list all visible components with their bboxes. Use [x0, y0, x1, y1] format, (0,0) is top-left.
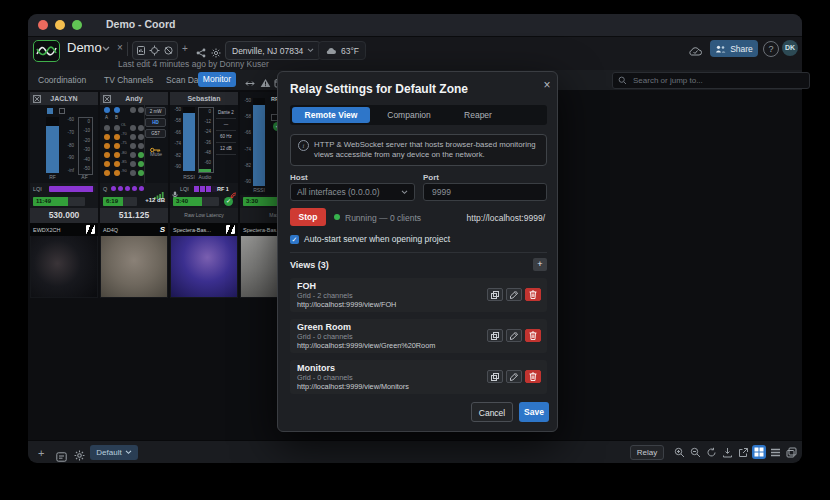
device-row: AD4Q S: [100, 223, 168, 236]
titlebar: Demo - Coord: [28, 14, 802, 37]
delete-view-button[interactable]: [525, 329, 541, 342]
preset-label: Default: [96, 448, 121, 457]
gray-dot: [130, 143, 136, 149]
rssi-scale: -50-58-66-74-82-90: [241, 98, 251, 184]
zoom-in-icon[interactable]: [672, 445, 686, 459]
audio-tick: -60: [200, 160, 211, 165]
server-url-link[interactable]: http://localhost:9999/: [467, 213, 545, 223]
view-url: http://localhost:9999/view/FOH: [297, 300, 540, 309]
location-pill[interactable]: Denville, NJ 07834: [225, 41, 321, 60]
strip-header: Andy: [100, 92, 168, 105]
device-name: Spectera-Bas...: [173, 227, 211, 233]
grid-view-icon[interactable]: [752, 445, 766, 459]
notes-icon[interactable]: [56, 448, 67, 466]
tab-coordination[interactable]: Coordination: [38, 70, 86, 90]
chevron-down-icon: [401, 190, 408, 195]
lqi-segments: [194, 186, 217, 192]
project-close-icon[interactable]: ×: [114, 40, 126, 56]
af-meter-label: AF: [78, 174, 91, 180]
search-input[interactable]: [631, 75, 795, 86]
rssi-tick: -90: [241, 179, 251, 184]
save-button[interactable]: Save: [519, 402, 549, 422]
battery-timer: 6:19: [103, 197, 137, 206]
host-select[interactable]: All interfaces (0.0.0.0): [290, 183, 415, 201]
q-label: Q: [103, 186, 107, 192]
orange-dot: [104, 161, 110, 167]
dot-column-c: [130, 107, 136, 176]
refresh-icon[interactable]: [704, 445, 718, 459]
af-meter: 0-10-20-30-40-50: [78, 117, 93, 175]
delete-view-button[interactable]: [525, 370, 541, 383]
port-input[interactable]: [430, 186, 534, 198]
project-chevron-icon[interactable]: [100, 41, 112, 57]
list-view-icon[interactable]: [768, 445, 782, 459]
minimize-traffic-light[interactable]: [55, 20, 65, 30]
delete-view-button[interactable]: [525, 288, 541, 301]
share-button[interactable]: Share: [710, 40, 758, 57]
stop-server-button[interactable]: Stop: [290, 208, 326, 226]
tab-companion[interactable]: Companion: [370, 107, 448, 123]
tab-monitor[interactable]: Monitor: [198, 72, 236, 87]
channel-strip-jaclyn[interactable]: JACLYN -60-70-80-90-inf 0-10-20-30-40-50…: [30, 92, 98, 298]
cancel-button[interactable]: Cancel: [471, 402, 513, 422]
antenna-off-icon[interactable]: [163, 42, 174, 60]
view-card-green-room: Green Room Grid - 0 channels http://loca…: [290, 319, 547, 353]
relay-button[interactable]: Relay: [630, 445, 664, 460]
tab-tv-channels[interactable]: TV Channels: [104, 70, 153, 90]
tab-remote-view[interactable]: Remote View: [292, 107, 370, 123]
people-icon: [715, 45, 726, 53]
layers-icon[interactable]: [784, 445, 798, 459]
channel-name: Sebastian: [187, 95, 220, 102]
zoom-out-icon[interactable]: [688, 445, 702, 459]
antenna-icon: [103, 95, 111, 103]
lqi-bar: [49, 186, 95, 192]
autostart-checkbox[interactable]: ✓: [290, 235, 299, 244]
view-url: http://localhost:9999/view/Green%20Room: [297, 341, 540, 350]
audio-meter-label: Audio: [197, 174, 213, 180]
level-tick: -85: [121, 159, 127, 164]
preset-selector[interactable]: Default: [90, 445, 138, 460]
timer-row: 11:49: [30, 195, 98, 208]
open-external-icon[interactable]: [736, 445, 750, 459]
user-avatar[interactable]: DK: [782, 40, 798, 56]
tab-reaper[interactable]: Reaper: [448, 107, 508, 123]
crosshair-icon[interactable]: [149, 42, 160, 60]
gear-icon[interactable]: [74, 447, 85, 465]
zoom-traffic-light[interactable]: [72, 20, 82, 30]
device-row: EWDX2CH: [30, 223, 98, 236]
cloud-icon: [325, 47, 337, 55]
tx-badge: HD: [145, 118, 166, 127]
edit-view-button[interactable]: [506, 370, 522, 383]
orange-dot: [104, 170, 110, 176]
close-traffic-light[interactable]: [38, 20, 48, 30]
weather-pill[interactable]: 63°F: [318, 41, 366, 60]
gray-dot: [104, 125, 110, 131]
autostart-label: Auto-start server when opening project: [304, 234, 450, 244]
edit-view-button[interactable]: [506, 329, 522, 342]
copy-view-button[interactable]: [487, 288, 503, 301]
chart-clipboard-icon[interactable]: [136, 42, 146, 60]
rf-scale-tick: -inf: [61, 168, 74, 173]
cloud-sync-icon[interactable]: [688, 43, 703, 61]
mute-button[interactable]: Mute: [146, 151, 166, 157]
help-button[interactable]: ?: [763, 41, 779, 57]
channel-strip-sebastian[interactable]: Sebastian -50-58-66-74-82-90 0-12-24-36-…: [170, 92, 238, 298]
gray-dot: [130, 152, 136, 158]
add-view-button[interactable]: +: [533, 258, 547, 271]
download-icon[interactable]: [720, 445, 734, 459]
channel-strip-andy[interactable]: Andy A B OL-70-75-80-85-90 2 mWHDG57 Mut…: [100, 92, 168, 298]
add-channel-icon[interactable]: +: [38, 447, 44, 459]
chevron-down-icon: [307, 48, 314, 53]
strip-meters: -60-70-80-90-inf 0-10-20-30-40-50 RF AF: [30, 105, 98, 183]
edit-view-button[interactable]: [506, 288, 522, 301]
copy-view-button[interactable]: [487, 370, 503, 383]
add-icon[interactable]: +: [182, 41, 188, 57]
rssi-tick: -74: [171, 141, 181, 146]
screen: Demo - Coord Demo × + Denville, NJ 07834…: [0, 0, 830, 500]
close-icon[interactable]: ×: [540, 78, 554, 92]
copy-view-button[interactable]: [487, 329, 503, 342]
blue-dot: [104, 107, 110, 113]
frequency-label: 511.125: [100, 208, 168, 223]
purple-dot: [125, 186, 130, 191]
blue-dot: [114, 107, 120, 113]
